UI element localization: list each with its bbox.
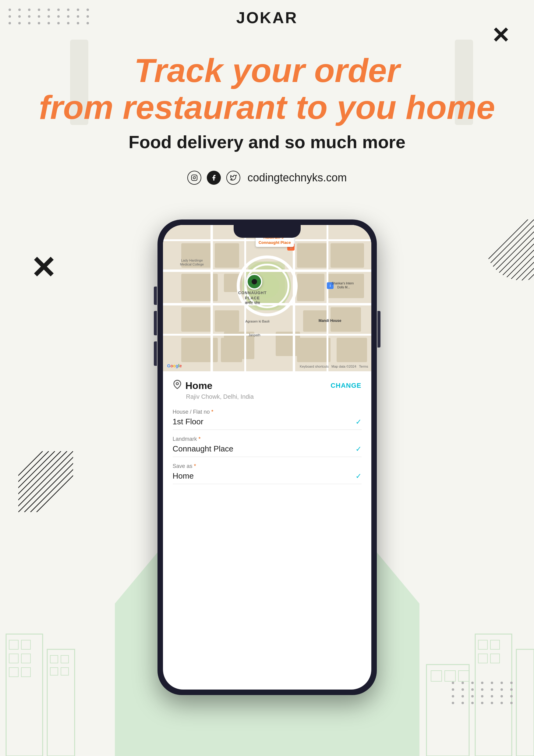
house-flat-field: House / Flat no * 1st Floor ✓ bbox=[173, 409, 362, 430]
svg-rect-27 bbox=[6, 634, 43, 756]
location-type: Home bbox=[186, 380, 213, 392]
svg-rect-60 bbox=[297, 243, 327, 268]
svg-rect-48 bbox=[458, 671, 469, 681]
svg-text:Shankar's Intern: Shankar's Intern bbox=[331, 282, 354, 285]
location-address: Rajiv Chowk, Delhi, India bbox=[173, 393, 362, 400]
svg-rect-57 bbox=[215, 310, 239, 332]
svg-text:Mandi House: Mandi House bbox=[318, 318, 341, 323]
brand-name: JOKAR bbox=[236, 9, 298, 27]
save-as-input-row[interactable]: Home ✓ bbox=[173, 471, 362, 484]
svg-line-9 bbox=[503, 250, 534, 281]
change-button[interactable]: CHANGE bbox=[331, 382, 361, 390]
dot-grid-bottom-right bbox=[452, 682, 516, 704]
save-as-field: Save as * Home ✓ bbox=[173, 463, 362, 484]
decorative-cross-left: ✕ bbox=[31, 250, 56, 285]
svg-text:Dolls M...: Dolls M... bbox=[337, 285, 350, 289]
svg-rect-40 bbox=[478, 640, 487, 649]
svg-rect-33 bbox=[21, 668, 31, 677]
diagonal-pattern-right bbox=[473, 220, 534, 281]
landmark-value: Connaught Place bbox=[173, 444, 233, 454]
svg-rect-31 bbox=[21, 654, 31, 663]
social-icons bbox=[187, 171, 240, 185]
svg-line-6 bbox=[485, 232, 534, 281]
svg-line-12 bbox=[522, 268, 534, 281]
website-link[interactable]: codingtechnyks.com bbox=[247, 171, 347, 184]
title-section: Track your order from restaurant to you … bbox=[0, 52, 534, 152]
svg-rect-45 bbox=[426, 664, 469, 756]
map-footer: Keyboard shortcuts Map data ©2024 Terms bbox=[300, 364, 368, 368]
svg-text:Medical College: Medical College bbox=[180, 262, 203, 266]
address-form: Home CHANGE Rajiv Chowk, Delhi, India Ho… bbox=[163, 371, 371, 499]
save-as-label: Save as * bbox=[173, 463, 362, 470]
svg-point-2 bbox=[195, 176, 196, 176]
svg-rect-0 bbox=[191, 175, 197, 180]
svg-rect-46 bbox=[431, 671, 442, 681]
svg-line-10 bbox=[510, 256, 534, 281]
save-as-check-icon: ✓ bbox=[355, 472, 362, 480]
map-view: 🍴 i Lady Hardinge Medical College Agrase… bbox=[163, 225, 371, 371]
svg-rect-34 bbox=[47, 649, 75, 756]
close-icon[interactable]: ✕ bbox=[491, 24, 510, 46]
svg-text:i: i bbox=[330, 284, 331, 287]
svg-rect-37 bbox=[50, 668, 58, 675]
svg-rect-66 bbox=[297, 338, 331, 362]
svg-rect-32 bbox=[9, 668, 18, 677]
map-pin bbox=[246, 274, 262, 290]
diagonal-pattern-left bbox=[18, 451, 73, 512]
svg-rect-62 bbox=[297, 274, 324, 301]
location-header: Home CHANGE bbox=[173, 380, 362, 392]
house-flat-input-row[interactable]: 1st Floor ✓ bbox=[173, 417, 362, 430]
svg-rect-43 bbox=[491, 654, 499, 663]
svg-rect-38 bbox=[61, 668, 68, 675]
landmark-input-row[interactable]: Connaught Place ✓ bbox=[173, 444, 362, 457]
svg-rect-44 bbox=[516, 649, 534, 756]
svg-rect-29 bbox=[21, 640, 31, 649]
google-logo: Google bbox=[167, 364, 182, 368]
landmark-field: Landmark * Connaught Place ✓ bbox=[173, 436, 362, 457]
svg-rect-67 bbox=[337, 338, 367, 362]
svg-rect-30 bbox=[9, 654, 18, 663]
svg-rect-42 bbox=[478, 654, 487, 663]
svg-rect-61 bbox=[331, 243, 364, 268]
svg-point-1 bbox=[193, 176, 195, 179]
svg-text:Lady Hardinge: Lady Hardinge bbox=[181, 258, 203, 262]
svg-rect-53 bbox=[215, 243, 239, 268]
dot-grid-top-left bbox=[9, 9, 92, 24]
svg-line-8 bbox=[497, 244, 534, 281]
svg-rect-47 bbox=[445, 671, 455, 681]
svg-text:Janpath: Janpath bbox=[248, 333, 260, 337]
svg-rect-28 bbox=[9, 640, 18, 649]
svg-rect-35 bbox=[50, 655, 58, 663]
save-as-value: Home bbox=[173, 471, 194, 481]
phone-notch bbox=[234, 225, 301, 238]
location-left: Home bbox=[173, 380, 213, 392]
svg-rect-41 bbox=[491, 640, 499, 649]
svg-line-5 bbox=[479, 226, 534, 281]
connaught-place-label: CONNAUGHT PLACE कनॉट प्लेस bbox=[238, 290, 267, 306]
house-flat-check-icon: ✓ bbox=[355, 418, 362, 426]
facebook-icon[interactable] bbox=[207, 171, 220, 185]
twitter-icon[interactable] bbox=[226, 171, 240, 185]
svg-rect-56 bbox=[181, 307, 212, 332]
svg-point-92 bbox=[176, 383, 179, 385]
landmark-label: Landmark * bbox=[173, 436, 362, 442]
landmark-check-icon: ✓ bbox=[355, 445, 362, 453]
svg-rect-36 bbox=[61, 655, 68, 663]
social-section: codingtechnyks.com bbox=[187, 171, 347, 185]
house-flat-value: 1st Floor bbox=[173, 417, 203, 426]
instagram-icon[interactable] bbox=[187, 171, 201, 185]
location-pin-icon bbox=[173, 380, 182, 392]
phone-mockup: 🍴 i Lady Hardinge Medical College Agrase… bbox=[158, 220, 377, 695]
svg-line-13 bbox=[528, 274, 534, 281]
page-subtitle: Food delivery and so much more bbox=[0, 132, 534, 152]
svg-text:Agrasen ki Baoli: Agrasen ki Baoli bbox=[245, 319, 269, 323]
page-title: Track your order from restaurant to you … bbox=[0, 52, 534, 125]
house-flat-label: House / Flat no * bbox=[173, 409, 362, 415]
svg-line-7 bbox=[491, 238, 534, 281]
